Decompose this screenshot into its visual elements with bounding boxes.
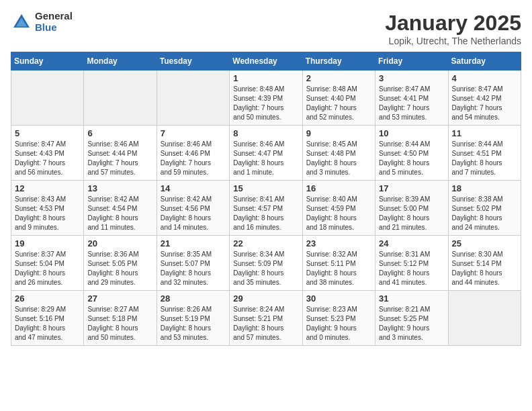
day-info: Sunrise: 8:45 AM Sunset: 4:48 PM Dayligh… xyxy=(306,140,371,177)
day-number: 7 xyxy=(161,128,226,138)
logo-icon xyxy=(11,11,32,33)
day-cell: 29Sunrise: 8:24 AM Sunset: 5:21 PM Dayli… xyxy=(230,291,302,346)
day-info: Sunrise: 8:44 AM Sunset: 4:51 PM Dayligh… xyxy=(452,140,517,177)
day-number: 28 xyxy=(161,293,226,304)
main-title: January 2025 xyxy=(385,11,521,36)
subtitle: Lopik, Utrecht, The Netherlands xyxy=(385,36,521,46)
day-info: Sunrise: 8:41 AM Sunset: 4:57 PM Dayligh… xyxy=(233,195,298,232)
day-cell: 16Sunrise: 8:40 AM Sunset: 4:59 PM Dayli… xyxy=(302,181,375,236)
day-number: 12 xyxy=(15,183,80,193)
day-number: 16 xyxy=(306,183,371,193)
header-friday: Friday xyxy=(375,52,448,71)
day-cell: 11Sunrise: 8:44 AM Sunset: 4:51 PM Dayli… xyxy=(448,126,521,181)
day-info: Sunrise: 8:47 AM Sunset: 4:42 PM Dayligh… xyxy=(452,85,517,122)
day-cell: 26Sunrise: 8:29 AM Sunset: 5:16 PM Dayli… xyxy=(11,291,84,346)
day-info: Sunrise: 8:47 AM Sunset: 4:43 PM Dayligh… xyxy=(15,140,80,177)
day-info: Sunrise: 8:30 AM Sunset: 5:14 PM Dayligh… xyxy=(452,250,517,287)
day-cell: 8Sunrise: 8:46 AM Sunset: 4:47 PM Daylig… xyxy=(230,126,302,181)
day-number: 20 xyxy=(87,238,152,248)
logo-general-text: General xyxy=(35,11,73,22)
day-info: Sunrise: 8:34 AM Sunset: 5:09 PM Dayligh… xyxy=(233,250,298,287)
day-cell: 22Sunrise: 8:34 AM Sunset: 5:09 PM Dayli… xyxy=(230,236,302,291)
day-cell: 25Sunrise: 8:30 AM Sunset: 5:14 PM Dayli… xyxy=(448,236,521,291)
day-number: 29 xyxy=(233,293,298,304)
day-info: Sunrise: 8:38 AM Sunset: 5:02 PM Dayligh… xyxy=(452,195,517,232)
day-info: Sunrise: 8:47 AM Sunset: 4:41 PM Dayligh… xyxy=(379,85,444,122)
day-cell xyxy=(84,71,157,126)
header-row: SundayMondayTuesdayWednesdayThursdayFrid… xyxy=(11,52,521,71)
day-number: 21 xyxy=(161,238,226,248)
day-cell: 28Sunrise: 8:26 AM Sunset: 5:19 PM Dayli… xyxy=(157,291,229,346)
day-info: Sunrise: 8:40 AM Sunset: 4:59 PM Dayligh… xyxy=(306,195,371,232)
day-cell: 9Sunrise: 8:45 AM Sunset: 4:48 PM Daylig… xyxy=(302,126,375,181)
day-number: 1 xyxy=(233,73,298,83)
day-number: 15 xyxy=(233,183,298,193)
day-cell: 12Sunrise: 8:43 AM Sunset: 4:53 PM Dayli… xyxy=(11,181,84,236)
header-wednesday: Wednesday xyxy=(230,52,302,71)
day-info: Sunrise: 8:31 AM Sunset: 5:12 PM Dayligh… xyxy=(379,250,444,287)
header-tuesday: Tuesday xyxy=(157,52,229,71)
day-info: Sunrise: 8:48 AM Sunset: 4:39 PM Dayligh… xyxy=(233,85,298,122)
day-number: 30 xyxy=(306,293,371,304)
day-info: Sunrise: 8:42 AM Sunset: 4:54 PM Dayligh… xyxy=(87,195,152,232)
day-number: 5 xyxy=(15,128,80,138)
day-number: 6 xyxy=(87,128,152,138)
day-cell: 23Sunrise: 8:32 AM Sunset: 5:11 PM Dayli… xyxy=(302,236,375,291)
day-number: 25 xyxy=(452,238,517,248)
day-cell: 18Sunrise: 8:38 AM Sunset: 5:02 PM Dayli… xyxy=(448,181,521,236)
day-info: Sunrise: 8:44 AM Sunset: 4:50 PM Dayligh… xyxy=(379,140,444,177)
day-cell: 6Sunrise: 8:46 AM Sunset: 4:44 PM Daylig… xyxy=(84,126,157,181)
day-cell: 4Sunrise: 8:47 AM Sunset: 4:42 PM Daylig… xyxy=(448,71,521,126)
day-cell: 30Sunrise: 8:23 AM Sunset: 5:23 PM Dayli… xyxy=(302,291,375,346)
day-info: Sunrise: 8:26 AM Sunset: 5:19 PM Dayligh… xyxy=(161,305,226,342)
day-info: Sunrise: 8:46 AM Sunset: 4:46 PM Dayligh… xyxy=(161,140,226,177)
day-cell: 13Sunrise: 8:42 AM Sunset: 4:54 PM Dayli… xyxy=(84,181,157,236)
day-number: 8 xyxy=(233,128,298,138)
day-info: Sunrise: 8:48 AM Sunset: 4:40 PM Dayligh… xyxy=(306,85,371,122)
day-info: Sunrise: 8:29 AM Sunset: 5:16 PM Dayligh… xyxy=(15,305,80,342)
day-cell: 24Sunrise: 8:31 AM Sunset: 5:12 PM Dayli… xyxy=(375,236,448,291)
day-info: Sunrise: 8:23 AM Sunset: 5:23 PM Dayligh… xyxy=(306,305,371,342)
title-block: January 2025 Lopik, Utrecht, The Netherl… xyxy=(385,11,521,46)
day-cell: 1Sunrise: 8:48 AM Sunset: 4:39 PM Daylig… xyxy=(230,71,302,126)
day-number: 17 xyxy=(379,183,444,193)
header-sunday: Sunday xyxy=(11,52,84,71)
day-number: 24 xyxy=(379,238,444,248)
day-info: Sunrise: 8:39 AM Sunset: 5:00 PM Dayligh… xyxy=(379,195,444,232)
day-info: Sunrise: 8:24 AM Sunset: 5:21 PM Dayligh… xyxy=(233,305,298,342)
logo: General Blue xyxy=(11,11,73,33)
day-number: 9 xyxy=(306,128,371,138)
day-info: Sunrise: 8:36 AM Sunset: 5:05 PM Dayligh… xyxy=(87,250,152,287)
header-thursday: Thursday xyxy=(302,52,375,71)
day-cell: 14Sunrise: 8:42 AM Sunset: 4:56 PM Dayli… xyxy=(157,181,229,236)
day-cell: 5Sunrise: 8:47 AM Sunset: 4:43 PM Daylig… xyxy=(11,126,84,181)
day-cell: 27Sunrise: 8:27 AM Sunset: 5:18 PM Dayli… xyxy=(84,291,157,346)
day-info: Sunrise: 8:37 AM Sunset: 5:04 PM Dayligh… xyxy=(15,250,80,287)
week-row-3: 19Sunrise: 8:37 AM Sunset: 5:04 PM Dayli… xyxy=(11,236,521,291)
day-number: 3 xyxy=(379,73,444,83)
day-number: 27 xyxy=(87,293,152,304)
day-cell: 3Sunrise: 8:47 AM Sunset: 4:41 PM Daylig… xyxy=(375,71,448,126)
day-number: 26 xyxy=(15,293,80,304)
day-number: 4 xyxy=(452,73,517,83)
calendar-table: SundayMondayTuesdayWednesdayThursdayFrid… xyxy=(11,52,521,346)
day-info: Sunrise: 8:46 AM Sunset: 4:47 PM Dayligh… xyxy=(233,140,298,177)
logo-blue-text: Blue xyxy=(35,22,73,34)
day-cell xyxy=(448,291,521,346)
day-cell: 7Sunrise: 8:46 AM Sunset: 4:46 PM Daylig… xyxy=(157,126,229,181)
day-cell: 21Sunrise: 8:35 AM Sunset: 5:07 PM Dayli… xyxy=(157,236,229,291)
page-header: General Blue January 2025 Lopik, Utrecht… xyxy=(11,11,521,46)
week-row-4: 26Sunrise: 8:29 AM Sunset: 5:16 PM Dayli… xyxy=(11,291,521,346)
day-info: Sunrise: 8:21 AM Sunset: 5:25 PM Dayligh… xyxy=(379,305,444,342)
day-number: 2 xyxy=(306,73,371,83)
day-number: 10 xyxy=(379,128,444,138)
day-cell: 31Sunrise: 8:21 AM Sunset: 5:25 PM Dayli… xyxy=(375,291,448,346)
day-info: Sunrise: 8:35 AM Sunset: 5:07 PM Dayligh… xyxy=(161,250,226,287)
header-saturday: Saturday xyxy=(448,52,521,71)
day-cell: 10Sunrise: 8:44 AM Sunset: 4:50 PM Dayli… xyxy=(375,126,448,181)
day-number: 23 xyxy=(306,238,371,248)
day-number: 18 xyxy=(452,183,517,193)
week-row-1: 5Sunrise: 8:47 AM Sunset: 4:43 PM Daylig… xyxy=(11,126,521,181)
day-number: 11 xyxy=(452,128,517,138)
week-row-2: 12Sunrise: 8:43 AM Sunset: 4:53 PM Dayli… xyxy=(11,181,521,236)
